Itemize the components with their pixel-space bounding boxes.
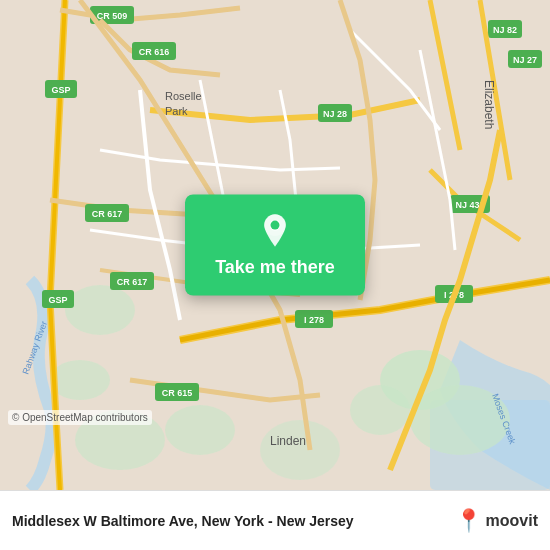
svg-point-44 xyxy=(271,221,280,230)
svg-text:CR 615: CR 615 xyxy=(162,388,193,398)
svg-text:Park: Park xyxy=(165,105,188,117)
location-pin-icon xyxy=(257,213,293,249)
svg-text:NJ 27: NJ 27 xyxy=(513,55,537,65)
svg-point-6 xyxy=(50,360,110,400)
svg-text:GSP: GSP xyxy=(51,85,70,95)
moovit-logo: 📍 moovit xyxy=(455,508,538,534)
bottom-bar: Middlesex W Baltimore Ave, New York - Ne… xyxy=(0,490,550,550)
svg-text:NJ 28: NJ 28 xyxy=(323,109,347,119)
copyright-text: © OpenStreetMap contributors xyxy=(8,410,152,425)
svg-point-4 xyxy=(350,385,410,435)
svg-text:I 278: I 278 xyxy=(304,315,324,325)
svg-text:NJ 82: NJ 82 xyxy=(493,25,517,35)
svg-text:CR 617: CR 617 xyxy=(92,209,123,219)
moovit-text: moovit xyxy=(486,512,538,530)
svg-text:CR 616: CR 616 xyxy=(139,47,170,57)
svg-text:Roselle: Roselle xyxy=(165,90,202,102)
svg-text:CR 617: CR 617 xyxy=(117,277,148,287)
location-info: Middlesex W Baltimore Ave, New York - Ne… xyxy=(12,513,455,529)
location-name: Middlesex W Baltimore Ave, New York - Ne… xyxy=(12,513,455,529)
map-view: GSP GSP NJ 28 I 278 I 278 NJ 82 NJ 27 NJ… xyxy=(0,0,550,490)
take-me-there-label: Take me there xyxy=(215,257,335,278)
take-me-there-button[interactable]: Take me there xyxy=(185,195,365,296)
svg-point-9 xyxy=(260,420,340,480)
svg-text:GSP: GSP xyxy=(48,295,67,305)
svg-text:Linden: Linden xyxy=(270,434,306,448)
svg-point-5 xyxy=(65,285,135,335)
svg-point-8 xyxy=(165,405,235,455)
button-overlay: Take me there xyxy=(185,195,365,296)
moovit-pin-icon: 📍 xyxy=(455,508,482,534)
svg-text:Elizabeth: Elizabeth xyxy=(482,80,496,129)
